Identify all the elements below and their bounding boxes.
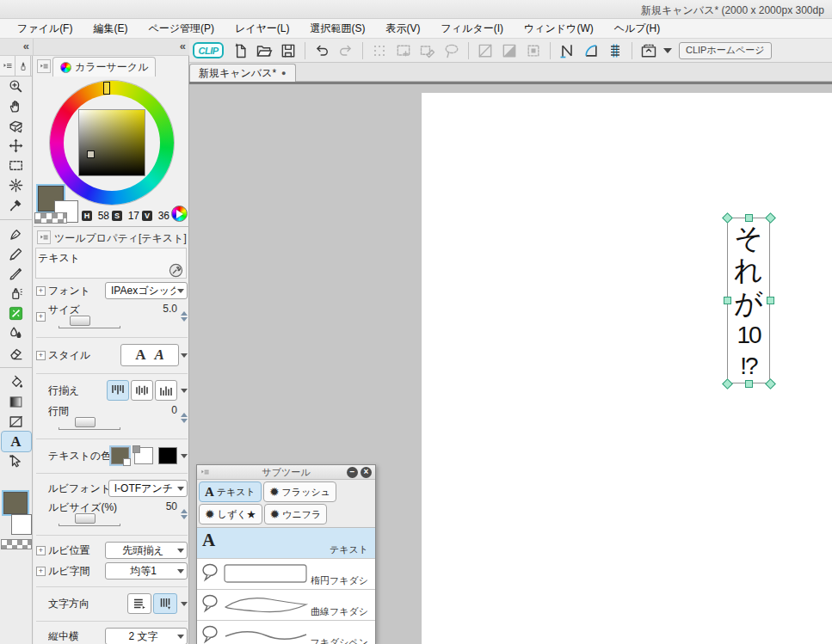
- menu-item[interactable]: 編集(E): [83, 19, 138, 39]
- sv-marker[interactable]: [87, 150, 95, 158]
- ruby-position-dropdown[interactable]: 先頭揃え: [105, 542, 188, 559]
- size-slider[interactable]: [59, 326, 120, 328]
- color-set-toggle-icon[interactable]: [171, 205, 188, 222]
- selection-tool[interactable]: [2, 156, 31, 175]
- move-tool[interactable]: [2, 136, 31, 156]
- text-color-black-swatch[interactable]: [158, 447, 177, 464]
- hand-tool[interactable]: [2, 96, 31, 116]
- workspace-icon[interactable]: [638, 40, 660, 61]
- collapse-right-icon[interactable]: «: [180, 40, 186, 52]
- gradient-tool[interactable]: [2, 392, 31, 412]
- sub-tool-tab[interactable]: Aテキスト: [199, 481, 262, 502]
- spinner[interactable]: [181, 509, 188, 519]
- selection-handle[interactable]: [767, 297, 774, 304]
- document-tab[interactable]: 新規キャンバス* ●: [189, 64, 296, 82]
- ruby-spacing-dropdown[interactable]: 均等1: [105, 562, 188, 580]
- workspace-dropdown-icon[interactable]: [663, 48, 672, 53]
- sub-tool-titlebar[interactable]: サブツール − ×: [197, 465, 375, 480]
- sub-tool-tab[interactable]: ✹フラッシュ: [263, 481, 336, 502]
- snap-ruler-icon[interactable]: [556, 40, 578, 61]
- background-color-swatch[interactable]: [11, 514, 32, 535]
- open-file-icon[interactable]: [253, 40, 275, 61]
- direction-horizontal-icon[interactable]: [127, 593, 151, 614]
- pencil-tool[interactable]: [2, 244, 31, 264]
- hue-marker[interactable]: [103, 82, 110, 95]
- style-bold-icon[interactable]: A: [135, 347, 145, 364]
- style-buttons[interactable]: AA: [120, 344, 179, 366]
- line-space-slider[interactable]: [59, 427, 120, 430]
- sub-tool-item[interactable]: 曲線フキダシ: [197, 590, 375, 621]
- zoom-tool[interactable]: [2, 77, 31, 96]
- sub-tool-tab[interactable]: ✹ウニフラ: [264, 504, 328, 524]
- blend-tool[interactable]: [2, 323, 31, 343]
- canvas-page[interactable]: [422, 93, 832, 644]
- menu-item[interactable]: ヘルプ(H): [604, 19, 671, 39]
- prop-panel-menu-icon[interactable]: [37, 230, 51, 244]
- figure-tool[interactable]: [2, 412, 31, 432]
- color-panel-menu-icon[interactable]: [37, 59, 51, 73]
- expand-icon[interactable]: +: [36, 351, 46, 360]
- tool-panel-tab-icon[interactable]: [15, 56, 31, 76]
- palette-menu-icon[interactable]: [0, 56, 15, 76]
- expand-icon[interactable]: +: [36, 286, 46, 296]
- collapse-left-icon[interactable]: «: [23, 40, 29, 52]
- direction-vertical-icon[interactable]: [153, 593, 177, 614]
- eraser-tool[interactable]: [2, 343, 31, 363]
- tatechuyoko-dropdown[interactable]: 2 文字: [105, 628, 188, 644]
- foreground-color-swatch[interactable]: [3, 492, 28, 514]
- ruby-size-slider[interactable]: [59, 524, 120, 526]
- auto-select-tool[interactable]: [2, 175, 31, 195]
- wrench-icon[interactable]: [169, 263, 183, 278]
- align-top-icon[interactable]: [107, 380, 129, 401]
- new-canvas-icon[interactable]: [229, 40, 251, 61]
- snap-special-ruler-icon[interactable]: [580, 40, 602, 61]
- close-icon[interactable]: ×: [361, 467, 372, 478]
- menu-item[interactable]: ページ管理(P): [138, 19, 225, 39]
- font-dropdown[interactable]: IPAexゴシック: [105, 282, 188, 299]
- sub-tool-tab[interactable]: ✹しずく★: [199, 504, 262, 524]
- saturation-value-square[interactable]: [78, 109, 145, 176]
- size-slider-handle[interactable]: [70, 316, 90, 326]
- text-color-sub-swatch[interactable]: [134, 447, 153, 464]
- transparent-color-swatch[interactable]: [1, 539, 32, 549]
- align-center-icon[interactable]: [131, 380, 153, 401]
- menu-item[interactable]: 表示(V): [376, 19, 431, 39]
- clip-studio-button[interactable]: CLIP: [193, 42, 224, 58]
- align-bottom-icon[interactable]: [155, 380, 177, 401]
- sub-tool-item[interactable]: Aテキスト: [197, 528, 375, 559]
- expand-icon[interactable]: +: [36, 567, 46, 576]
- panel-transparent-swatch[interactable]: [34, 212, 67, 224]
- airbrush-tool[interactable]: [2, 284, 31, 304]
- undo-icon[interactable]: [311, 40, 333, 61]
- eyedropper-tool[interactable]: [2, 195, 31, 215]
- ruby-size-slider-handle[interactable]: [75, 513, 96, 524]
- fill-tool[interactable]: [2, 372, 31, 392]
- snap-grid-icon[interactable]: [604, 40, 626, 61]
- spinner[interactable]: [181, 413, 188, 423]
- minimize-icon[interactable]: −: [347, 467, 358, 478]
- menu-item[interactable]: ファイル(F): [7, 19, 83, 39]
- text-tool[interactable]: A: [2, 432, 31, 451]
- line-space-slider-handle[interactable]: [75, 417, 96, 427]
- rotate-tool[interactable]: [2, 116, 31, 136]
- sub-tool-menu-icon[interactable]: [200, 467, 210, 481]
- color-wheel-tab[interactable]: カラーサークル: [52, 57, 156, 77]
- sub-tool-item[interactable]: フキダシペン: [197, 621, 375, 644]
- selection-handle[interactable]: [724, 297, 731, 304]
- menu-item[interactable]: フィルター(I): [431, 19, 514, 39]
- menu-item[interactable]: レイヤー(L): [225, 19, 300, 39]
- decoration-tool[interactable]: [2, 304, 31, 323]
- menu-item[interactable]: 選択範囲(S): [300, 19, 376, 39]
- sub-tool-item[interactable]: 楕円フキダシ: [197, 559, 375, 590]
- text-color-main-swatch[interactable]: [111, 447, 130, 464]
- clip-homepage-button[interactable]: CLIPホームページ: [679, 42, 772, 59]
- expand-icon[interactable]: +: [36, 546, 46, 555]
- object-tool[interactable]: [2, 451, 31, 471]
- ruby-font-dropdown[interactable]: I-OTFアンチ: [108, 480, 188, 497]
- brush-tool[interactable]: [2, 264, 31, 284]
- style-italic-icon[interactable]: A: [154, 347, 163, 364]
- selection-handle[interactable]: [745, 380, 753, 388]
- selection-handle[interactable]: [745, 214, 753, 222]
- menu-item[interactable]: ウィンドウ(W): [514, 19, 604, 39]
- pen-tool[interactable]: [2, 224, 31, 244]
